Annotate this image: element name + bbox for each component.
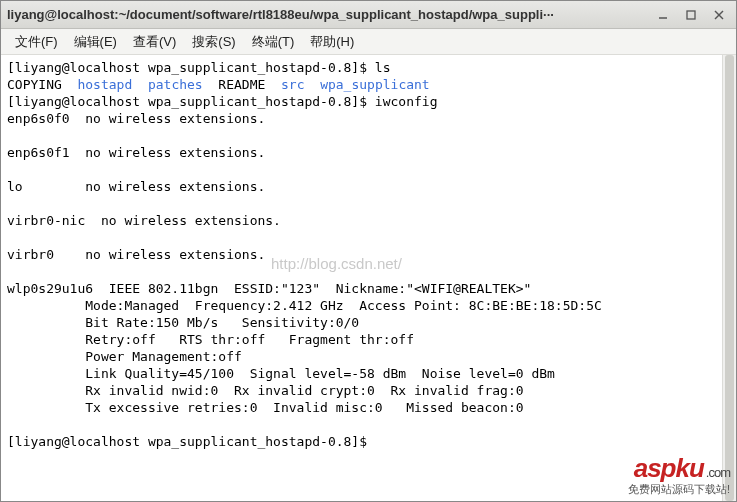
menu-view[interactable]: 查看(V): [125, 30, 184, 54]
iw-line: Tx excessive retries:0 Invalid misc:0 Mi…: [7, 400, 524, 415]
ls-hostapd: hostapd: [77, 77, 132, 92]
iw-line: Retry:off RTS thr:off Fragment thr:off: [7, 332, 414, 347]
ls-wpa-supplicant: wpa_supplicant: [320, 77, 430, 92]
scrollbar-thumb[interactable]: [725, 55, 734, 501]
title-bar: liyang@localhost:~/document/software/rtl…: [1, 1, 736, 29]
iw-line: Link Quality=45/100 Signal level=-58 dBm…: [7, 366, 555, 381]
iw-line: lo no wireless extensions.: [7, 179, 265, 194]
maximize-button[interactable]: [680, 6, 702, 24]
menu-bar: 文件(F) 编辑(E) 查看(V) 搜索(S) 终端(T) 帮助(H): [1, 29, 736, 55]
terminal-output[interactable]: [liyang@localhost wpa_supplicant_hostapd…: [1, 55, 736, 501]
svg-rect-1: [687, 11, 695, 19]
menu-edit[interactable]: 编辑(E): [66, 30, 125, 54]
watermark-text: http://blog.csdn.net/: [271, 255, 402, 272]
window-title: liyang@localhost:~/document/software/rtl…: [7, 7, 646, 22]
menu-terminal[interactable]: 终端(T): [244, 30, 303, 54]
iw-line: enp6s0f1 no wireless extensions.: [7, 145, 265, 160]
ls-src: src: [281, 77, 304, 92]
iw-line: Mode:Managed Frequency:2.412 GHz Access …: [7, 298, 602, 313]
minimize-button[interactable]: [652, 6, 674, 24]
iw-line: enp6s0f0 no wireless extensions.: [7, 111, 265, 126]
command-iwconfig: iwconfig: [375, 94, 438, 109]
command-ls: ls: [375, 60, 391, 75]
iw-line: Rx invalid nwid:0 Rx invalid crypt:0 Rx …: [7, 383, 524, 398]
ls-readme: README: [218, 77, 265, 92]
iw-line: Bit Rate:150 Mb/s Sensitivity:0/0: [7, 315, 359, 330]
scrollbar[interactable]: [722, 55, 736, 501]
prompt: [liyang@localhost wpa_supplicant_hostapd…: [7, 434, 375, 449]
ls-patches: patches: [148, 77, 203, 92]
iw-line: virbr0-nic no wireless extensions.: [7, 213, 281, 228]
prompt: [liyang@localhost wpa_supplicant_hostapd…: [7, 94, 375, 109]
iw-line: Power Management:off: [7, 349, 242, 364]
menu-help[interactable]: 帮助(H): [302, 30, 362, 54]
menu-search[interactable]: 搜索(S): [184, 30, 243, 54]
prompt: [liyang@localhost wpa_supplicant_hostapd…: [7, 60, 375, 75]
iw-line: virbr0 no wireless extensions.: [7, 247, 265, 262]
menu-file[interactable]: 文件(F): [7, 30, 66, 54]
close-button[interactable]: [708, 6, 730, 24]
ls-copying: COPYING: [7, 77, 62, 92]
iw-line: wlp0s29u1u6 IEEE 802.11bgn ESSID:"123" N…: [7, 281, 531, 296]
